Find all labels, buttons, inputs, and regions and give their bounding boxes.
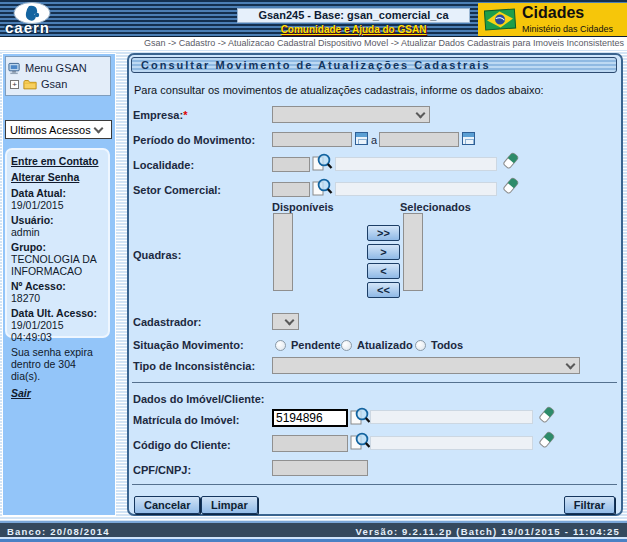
- community-help-link[interactable]: Comunidade e Ajuda do GSAN: [237, 24, 470, 35]
- info-ult-acesso: Data Ult. Acesso: 19/01/2015 04:49:03: [11, 307, 104, 343]
- periodo-fim-input[interactable]: [379, 132, 459, 147]
- codigo-cliente-label: Código do Cliente:: [133, 439, 231, 451]
- buttons-divider: [132, 484, 617, 485]
- info-num-acesso: Nº Acesso: 18270: [11, 280, 104, 304]
- cadastrador-label: Cadastrador:: [133, 316, 201, 328]
- app-title: Gsan245 - Base: gsan_comercial_ca: [237, 8, 470, 23]
- info-grupo: Grupo: TECNOLOGIA DA INFORMACAO: [11, 241, 104, 277]
- caern-logo-text: caern: [5, 19, 50, 36]
- filtrar-button[interactable]: Filtrar: [564, 496, 615, 514]
- cpf-cnpj-input[interactable]: [272, 460, 368, 476]
- required-asterisk: *: [183, 109, 187, 121]
- chevron-down-icon: [285, 315, 295, 325]
- radio-todos[interactable]: [415, 340, 426, 351]
- localidade-input[interactable]: [272, 157, 310, 172]
- senha-expira-text: Sua senha expira dentro de 304 dia(s).: [11, 346, 104, 382]
- disponiveis-label: Disponíveis: [272, 201, 334, 213]
- computer-icon: [8, 62, 21, 75]
- breadcrumb: Gsan -> Cadastro -> Atualizacao Cadastra…: [144, 38, 624, 48]
- eraser-icon[interactable]: [502, 177, 519, 195]
- page-title: Consultar Movimento de Atualizações Cada…: [131, 57, 617, 73]
- eraser-icon[interactable]: [538, 431, 555, 449]
- periodo-inicio-input[interactable]: [272, 132, 352, 147]
- codigo-cliente-descricao-field: [370, 436, 533, 450]
- alterar-senha-link[interactable]: Alterar Senha: [11, 171, 104, 183]
- radio-todos-label[interactable]: Todos: [431, 339, 463, 351]
- move-all-left-button[interactable]: <<: [367, 282, 400, 298]
- quadras-label: Quadras:: [133, 249, 181, 261]
- cidades-subtitle: Ministério das Cidades: [522, 24, 613, 34]
- user-info-box: Entre em Contato Alterar Senha Data Atua…: [5, 148, 110, 338]
- search-icon[interactable]: [350, 406, 371, 427]
- radio-pendente-label[interactable]: Pendente: [291, 339, 341, 351]
- cidades-logo: Cidades Ministério das Cidades: [478, 3, 627, 36]
- sidebar-item-menu-gsan[interactable]: Menu GSAN: [8, 60, 108, 76]
- sair-link[interactable]: Sair: [11, 387, 31, 399]
- calendar-icon[interactable]: [462, 132, 475, 145]
- tipo-inconsistencia-label: Tipo de Inconsistência:: [133, 360, 255, 372]
- chevron-down-icon: [94, 124, 104, 134]
- chevron-down-icon: [566, 359, 576, 369]
- contato-link[interactable]: Entre em Contato: [11, 155, 104, 167]
- limpar-button[interactable]: Limpar: [201, 496, 258, 514]
- quadras-selecionados-listbox[interactable]: [403, 213, 423, 291]
- info-data-atual: Data Atual: 19/01/2015: [11, 187, 104, 211]
- situacao-label: Situação Movimento:: [133, 339, 244, 351]
- menu-gsan-label: Menu GSAN: [25, 62, 87, 74]
- quadras-disponiveis-listbox[interactable]: [273, 213, 293, 291]
- radio-pendente[interactable]: [275, 340, 286, 351]
- move-all-right-button[interactable]: >>: [367, 225, 400, 241]
- search-icon[interactable]: [312, 177, 333, 198]
- localidade-label: Localidade:: [133, 159, 194, 171]
- matricula-label: Matrícula do Imóvel:: [133, 414, 239, 426]
- radio-atualizado[interactable]: [341, 340, 352, 351]
- periodo-label: Período do Movimento:: [133, 134, 255, 146]
- setor-comercial-label: Setor Comercial:: [133, 184, 221, 196]
- cpf-cnpj-label: CPF/CNPJ:: [133, 464, 191, 476]
- empresa-select[interactable]: [272, 106, 430, 123]
- codigo-cliente-input[interactable]: [272, 435, 348, 452]
- selecionados-label: Selecionados: [400, 201, 471, 213]
- sidebar: Menu GSAN + Gsan Ultimos Acessos Entre e…: [2, 53, 116, 516]
- move-right-button[interactable]: >: [367, 244, 400, 260]
- cancelar-button[interactable]: Cancelar: [134, 496, 200, 514]
- ultimos-acessos-value: Ultimos Acessos: [10, 124, 91, 136]
- footer-bottom-strip: [0, 537, 627, 542]
- versao-status: Versão: 9.2.11.2p (Batch) 19/01/2015 - 1…: [356, 526, 620, 537]
- radio-atualizado-label[interactable]: Atualizado: [357, 339, 413, 351]
- move-left-button[interactable]: <: [367, 263, 400, 279]
- calendar-icon[interactable]: [355, 132, 368, 145]
- cadastrador-select[interactable]: [272, 313, 299, 330]
- header-bar: caern Gsan245 - Base: gsan_comercial_ca …: [0, 0, 627, 37]
- section-divider: [132, 382, 617, 383]
- cidades-title: Cidades: [522, 4, 584, 22]
- empresa-label: Empresa:*: [133, 109, 187, 121]
- search-icon[interactable]: [312, 152, 333, 173]
- setor-comercial-descricao-field: [335, 182, 497, 196]
- info-usuario: Usuário: admin: [11, 214, 104, 238]
- periodo-separator: a: [371, 134, 377, 146]
- banco-status: Banco: 20/08/2014: [7, 526, 110, 537]
- chevron-down-icon: [416, 108, 426, 118]
- matricula-input[interactable]: [272, 409, 348, 427]
- breadcrumb-bar: Gsan -> Cadastro -> Atualizacao Cadastra…: [0, 37, 627, 50]
- main-panel: Consultar Movimento de Atualizações Cada…: [127, 53, 623, 516]
- gsan-tree-label: Gsan: [41, 78, 67, 90]
- footer-bar: Banco: 20/08/2014 Versão: 9.2.11.2p (Bat…: [0, 521, 627, 537]
- eraser-icon[interactable]: [538, 406, 555, 424]
- brazil-flag-icon: [484, 8, 517, 31]
- sidebar-item-gsan-tree[interactable]: + Gsan: [8, 76, 108, 92]
- eraser-icon[interactable]: [502, 152, 519, 170]
- localidade-descricao-field: [335, 157, 497, 171]
- tipo-inconsistencia-select[interactable]: [272, 357, 580, 374]
- dados-imovel-section-label: Dados do Imóvel/Cliente:: [133, 393, 264, 405]
- ultimos-acessos-select[interactable]: Ultimos Acessos: [5, 120, 112, 139]
- search-icon[interactable]: [350, 431, 371, 452]
- menu-box: Menu GSAN + Gsan: [5, 56, 111, 96]
- folder-icon: [23, 79, 37, 90]
- expand-plus-icon[interactable]: +: [10, 80, 19, 89]
- intro-text: Para consultar os movimentos de atualiza…: [134, 84, 544, 96]
- matricula-descricao-field: [370, 410, 533, 424]
- setor-comercial-input[interactable]: [272, 182, 310, 197]
